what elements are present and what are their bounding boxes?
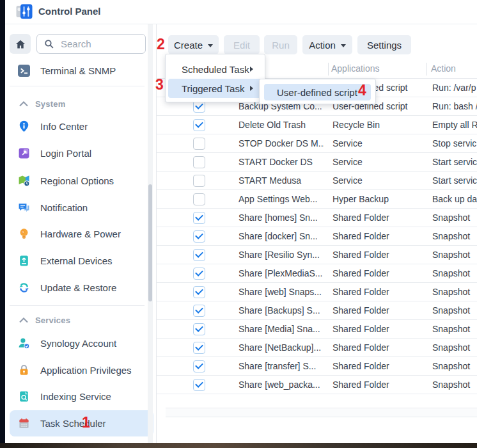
sidebar-item-notification[interactable]: Notification: [5, 194, 156, 221]
table-footer-band: [166, 408, 477, 417]
applications-cell: Shared Folder: [332, 342, 424, 353]
task-name-cell: Share [Backups] S...: [238, 305, 324, 316]
table-row[interactable]: Share [docker] Sn... Shared Folder Snaps…: [157, 227, 477, 246]
row-checkbox[interactable]: [193, 379, 205, 391]
search-box[interactable]: [36, 34, 146, 54]
action-cell: Snapshot: [432, 324, 477, 334]
table-row[interactable]: Share [Backups] S... Shared Folder Snaps…: [157, 301, 477, 320]
table-row[interactable]: Share [PlexMediaS... Shared Folder Snaps…: [157, 264, 477, 283]
sidebar-divider: [10, 305, 145, 306]
task-name-cell: Share [Media] Sna...: [238, 324, 324, 334]
column-header-applications[interactable]: Applications: [331, 63, 380, 74]
task-name-cell: Share [transfer] S...: [238, 361, 324, 371]
action-cell: Snapshot: [432, 361, 477, 371]
create-button[interactable]: Create: [168, 35, 219, 54]
action-cell: Stop servic: [432, 138, 477, 148]
window-title: Control Panel: [38, 6, 101, 17]
applications-cell: Service: [332, 138, 424, 148]
section-label: Services: [35, 316, 70, 325]
row-checkbox[interactable]: [193, 212, 205, 224]
row-checkbox[interactable]: [193, 156, 205, 168]
settings-button[interactable]: Settings: [357, 35, 411, 54]
sidebar-item-label: Regional Options: [40, 175, 114, 186]
info-center-icon: [18, 120, 30, 132]
section-header-system[interactable]: System: [5, 94, 156, 113]
column-header-action[interactable]: Action: [431, 63, 456, 74]
sidebar-item-application-privileges[interactable]: Application Privileges: [5, 356, 156, 383]
table-row[interactable]: Share [homes] Sn... Shared Folder Snapsh…: [157, 209, 477, 227]
table-row[interactable]: Share [Resilio Syn... Shared Folder Snap…: [157, 246, 477, 264]
row-checkbox[interactable]: [193, 230, 205, 243]
action-button-label: Action: [309, 40, 336, 51]
search-input[interactable]: [59, 38, 132, 50]
row-checkbox[interactable]: [193, 193, 205, 205]
sidebar-item-label: Update & Restore: [40, 282, 116, 293]
task-name-cell: Delete Old Trash: [238, 120, 324, 130]
action-cell: Run: /var/p: [432, 83, 477, 93]
chevron-up-icon: [19, 101, 28, 107]
sidebar-item-hardware-power[interactable]: 1 Hardware & Power: [5, 220, 156, 247]
sidebar-item-synology-account[interactable]: Synology Account: [5, 330, 156, 356]
menu-item-user-defined-script[interactable]: User-defined script: [264, 84, 371, 100]
applications-cell: Shared Folder: [332, 305, 424, 316]
sidebar-item-update-restore[interactable]: Update & Restore: [5, 274, 156, 301]
row-checkbox[interactable]: [193, 175, 205, 187]
table-row[interactable]: Share [web] Snaps... Shared Folder Snaps…: [157, 283, 477, 301]
section-header-services[interactable]: Services: [5, 310, 156, 330]
login-portal-icon: [18, 147, 30, 159]
sidebar-item-login-portal[interactable]: Login Portal: [5, 140, 156, 166]
edit-button-label: Edit: [233, 40, 250, 51]
row-checkbox[interactable]: [193, 305, 205, 317]
create-dropdown-menu: Scheduled Task Triggered Task: [165, 54, 265, 102]
column-separator[interactable]: [328, 63, 329, 76]
table-row[interactable]: Delete Old Trash Recycle Bin Empty all R: [157, 116, 477, 134]
row-checkbox[interactable]: [193, 138, 205, 150]
table-row[interactable]: App Settings Web... Hyper Backup Back up…: [157, 190, 477, 209]
table-row[interactable]: Share [web_packa... Shared Folder Snapsh…: [157, 376, 477, 394]
notification-icon: [18, 202, 30, 214]
row-checkbox[interactable]: [193, 249, 205, 261]
sidebar-item-indexing-service[interactable]: Indexing Service: [5, 383, 156, 410]
row-checkbox[interactable]: [193, 360, 205, 372]
row-checkbox[interactable]: [193, 268, 205, 280]
sidebar-divider: [10, 86, 145, 86]
row-checkbox[interactable]: [193, 286, 205, 298]
run-button[interactable]: Run: [264, 35, 297, 54]
sidebar-item-terminal-snmp[interactable]: Terminal & SNMP: [5, 58, 156, 83]
table-row[interactable]: Share [NetBackup]... Shared Folder Snaps…: [157, 339, 477, 357]
sidebar: Terminal & SNMP System Info Center Login…: [5, 24, 156, 443]
desktop-wallpaper-strip: [0, 443, 477, 448]
applications-cell: Shared Folder: [332, 324, 424, 334]
submenu-arrow-icon: [250, 86, 253, 91]
table-row[interactable]: STOP Docker DS M... Service Stop servic: [157, 134, 477, 153]
column-separator[interactable]: [426, 63, 427, 76]
action-button[interactable]: Action: [302, 35, 352, 54]
sidebar-item-label: External Devices: [40, 255, 113, 266]
action-cell: Snapshot: [432, 250, 477, 260]
sidebar-item-regional-options[interactable]: Regional Options: [5, 167, 156, 194]
table-row[interactable]: Share [transfer] S... Shared Folder Snap…: [157, 357, 477, 376]
menu-item-scheduled-task[interactable]: Scheduled Task: [168, 60, 262, 79]
create-button-label: Create: [174, 40, 203, 51]
home-button[interactable]: [10, 34, 31, 54]
task-name-cell: Share [homes] Sn...: [238, 212, 324, 223]
row-checkbox[interactable]: [193, 323, 205, 335]
applications-cell: Recycle Bin: [332, 120, 424, 130]
sidebar-item-info-center[interactable]: Info Center: [5, 113, 156, 140]
sidebar-scrollbar-thumb[interactable]: [148, 184, 152, 301]
action-cell: Start servic: [432, 157, 477, 167]
action-cell: Snapshot: [432, 212, 477, 223]
menu-item-label: Triggered Task: [182, 83, 244, 94]
table-row[interactable]: START Docker DS Service Start servic: [157, 153, 477, 172]
table-row[interactable]: START Medusa Service Start servic: [157, 172, 477, 190]
row-checkbox[interactable]: [193, 342, 205, 354]
edit-button[interactable]: Edit: [224, 35, 260, 54]
action-cell: Snapshot: [432, 305, 477, 316]
applications-cell: Service: [332, 157, 424, 167]
sidebar-item-external-devices[interactable]: External Devices: [5, 247, 156, 274]
table-row[interactable]: Share [Media] Sna... Shared Folder Snaps…: [157, 320, 477, 339]
row-checkbox[interactable]: [193, 119, 205, 131]
sidebar-item-label: Terminal & SNMP: [40, 65, 116, 76]
menu-item-triggered-task[interactable]: Triggered Task: [168, 79, 262, 98]
lightbulb-icon: 1: [18, 228, 30, 240]
